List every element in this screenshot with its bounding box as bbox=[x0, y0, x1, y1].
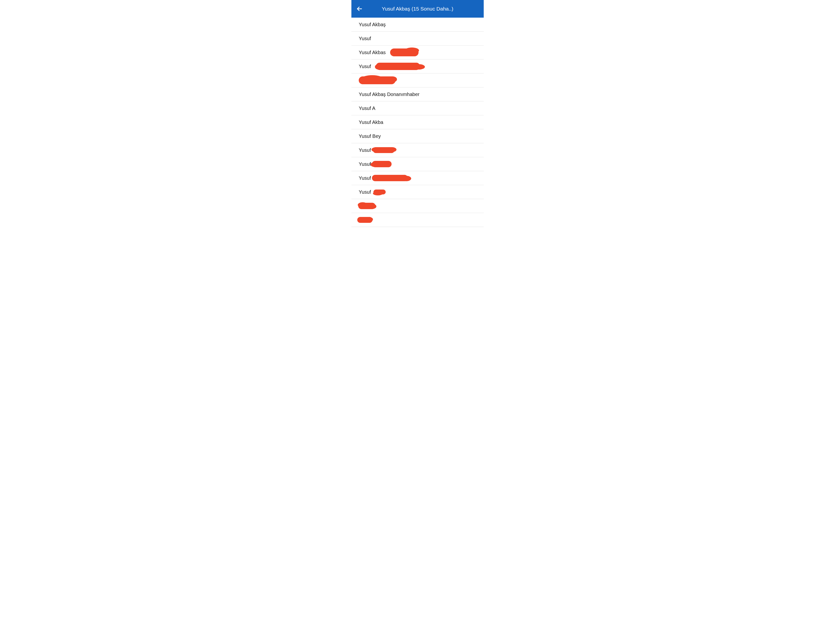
list-item[interactable]: Yusuf bbox=[351, 60, 484, 74]
header-bar: Yusuf Akbaş (15 Sonuc Daha..) bbox=[351, 0, 484, 18]
list-item[interactable]: Yusuf bbox=[351, 171, 484, 185]
redaction-mark bbox=[413, 64, 425, 69]
list-item-label: Yusuf Akba bbox=[359, 119, 383, 125]
list-item-label: Yusuf bbox=[359, 189, 371, 195]
list-item[interactable]: Yusuf Bey bbox=[351, 129, 484, 143]
list-item[interactable]: Yusuf Akbas bbox=[351, 45, 484, 60]
redaction-mark bbox=[375, 64, 382, 69]
list-item[interactable] bbox=[351, 213, 484, 227]
back-button[interactable] bbox=[355, 5, 363, 13]
list-item[interactable]: Yusuf bbox=[351, 32, 484, 45]
back-arrow-icon bbox=[356, 6, 363, 12]
list-item[interactable]: Yusuf A bbox=[351, 101, 484, 115]
search-results-panel: Yusuf Akbaş (15 Sonuc Daha..) Yusuf Akba… bbox=[351, 0, 484, 227]
list-item[interactable]: Yusuf bbox=[351, 185, 484, 199]
header-title: Yusuf Akbaş (15 Sonuc Daha..) bbox=[382, 6, 453, 12]
list-item[interactable]: Yusuf bbox=[351, 143, 484, 157]
list-item-label: Yusuf bbox=[359, 175, 371, 181]
redaction-mark bbox=[401, 176, 411, 181]
redaction-mark bbox=[358, 202, 368, 208]
list-item-label: Yusuf bbox=[359, 161, 371, 167]
redaction-mark bbox=[388, 77, 397, 82]
list-item[interactable] bbox=[351, 199, 484, 213]
redaction-mark bbox=[388, 147, 397, 152]
list-item-label: Yusuf Bey bbox=[359, 134, 381, 139]
list-item-label: Yusuf Akbaş Donanımhaber bbox=[359, 92, 419, 97]
redaction-mark bbox=[369, 204, 376, 209]
results-list: Yusuf AkbaşYusufYusuf AkbasYusuf Yusuf A… bbox=[351, 18, 484, 227]
redaction-mark bbox=[361, 75, 383, 83]
list-item-label: Yusuf A bbox=[359, 105, 376, 111]
redaction-mark bbox=[405, 48, 419, 53]
list-item[interactable]: Yusuf bbox=[351, 157, 484, 171]
list-item-label: Yusuf bbox=[359, 36, 371, 41]
redaction-mark bbox=[371, 147, 381, 152]
list-item-label: Yusuf bbox=[359, 64, 371, 69]
list-item[interactable]: Yusuf Akbaş bbox=[351, 18, 484, 32]
list-item-label: Yusuf bbox=[359, 147, 371, 153]
list-item[interactable]: Yusuf Akbaş Donanımhaber bbox=[351, 87, 484, 101]
redaction-mark bbox=[371, 162, 379, 167]
list-item-label: Yusuf Akbaş bbox=[359, 22, 386, 27]
redaction-mark bbox=[365, 217, 373, 222]
list-item[interactable]: Yusuf Akba bbox=[351, 115, 484, 129]
list-item[interactable] bbox=[351, 74, 484, 87]
redaction-mark bbox=[373, 191, 383, 196]
list-item-label: Yusuf Akbas bbox=[359, 50, 386, 55]
